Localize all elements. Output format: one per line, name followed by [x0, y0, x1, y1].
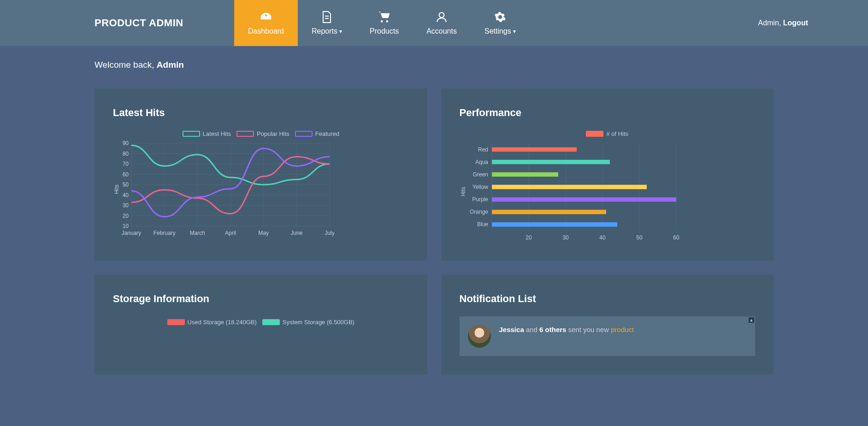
legend-label: Used Storage (18.240GB) [188, 319, 257, 326]
svg-rect-55 [492, 210, 606, 215]
svg-text:July: July [325, 230, 334, 236]
svg-point-0 [439, 12, 444, 18]
legend-label: # of Hits [606, 130, 628, 137]
svg-text:Green: Green [472, 171, 488, 178]
scroll-up-icon[interactable]: ▲ [749, 317, 754, 323]
legend-swatch [236, 131, 254, 137]
svg-text:April: April [225, 230, 236, 236]
notif-others: 6 others [539, 326, 566, 333]
storage-panel: Storage Information Used Storage (18.240… [94, 274, 427, 374]
main-nav: DashboardReports ▾ProductsAccountsSettin… [234, 0, 530, 46]
notification-item[interactable]: ▲ Jessica and 6 others sent you new prod… [460, 316, 756, 356]
chevron-down-icon: ▾ [339, 28, 342, 35]
nav-label: Accounts [426, 27, 457, 35]
svg-text:Purple: Purple [472, 196, 488, 203]
nav-item-settings[interactable]: Settings ▾ [471, 0, 530, 46]
svg-text:60: 60 [673, 234, 679, 241]
svg-text:50: 50 [123, 181, 129, 188]
svg-rect-49 [492, 172, 558, 177]
svg-text:20: 20 [123, 213, 129, 219]
welcome-prefix: Welcome back, [94, 60, 157, 70]
header: PRODUCT ADMIN DashboardReports ▾Products… [0, 0, 868, 46]
legend-item[interactable]: Latest Hits [183, 130, 231, 137]
svg-text:10: 10 [123, 223, 129, 229]
svg-text:March: March [190, 230, 205, 236]
user-icon [436, 11, 448, 23]
user-name: Admin [758, 19, 779, 27]
file-icon [321, 11, 332, 23]
nav-label: Dashboard [248, 27, 284, 35]
welcome-text: Welcome back, Admin [94, 60, 774, 70]
chevron-down-icon: ▾ [513, 28, 516, 35]
svg-text:Red: Red [478, 146, 488, 153]
brand-title: PRODUCT ADMIN [94, 17, 183, 29]
legend-swatch [167, 319, 185, 325]
svg-rect-45 [492, 147, 577, 152]
nav-item-products[interactable]: Products [356, 0, 413, 46]
nav-item-reports[interactable]: Reports ▾ [298, 0, 356, 46]
legend-item[interactable]: Popular Hits [236, 130, 289, 137]
svg-text:80: 80 [123, 151, 129, 157]
svg-text:Hits: Hits [460, 187, 466, 197]
svg-text:Hits: Hits [113, 185, 120, 194]
legend-label: System Storage (6.500GB) [283, 319, 354, 326]
panel-title: Notification List [460, 293, 756, 305]
svg-text:50: 50 [636, 234, 643, 241]
gear-icon [494, 11, 506, 23]
svg-text:Blue: Blue [477, 221, 488, 228]
bar-chart-legend: # of Hits [460, 130, 756, 137]
welcome-name: Admin [157, 60, 184, 70]
nav-item-accounts[interactable]: Accounts [413, 0, 471, 46]
panel-title: Storage Information [113, 293, 409, 305]
nav-label: Reports ▾ [312, 27, 342, 35]
notif-link[interactable]: product [611, 326, 634, 333]
svg-text:January: January [122, 230, 142, 236]
cart-icon [378, 11, 391, 23]
legend-item[interactable]: System Storage (6.500GB) [262, 319, 354, 326]
svg-text:May: May [258, 230, 269, 236]
svg-text:30: 30 [562, 234, 569, 241]
svg-text:Aqua: Aqua [475, 159, 488, 165]
logout-link[interactable]: Logout [783, 19, 808, 27]
panel-title: Performance [460, 107, 756, 119]
svg-text:60: 60 [123, 171, 129, 178]
svg-rect-53 [492, 197, 676, 202]
nav-item-dashboard[interactable]: Dashboard [234, 0, 298, 46]
svg-text:90: 90 [123, 141, 129, 146]
legend-label: Featured [315, 130, 339, 137]
storage-legend: Used Storage (18.240GB)System Storage (6… [113, 319, 409, 326]
legend-swatch [183, 131, 200, 137]
svg-text:30: 30 [123, 202, 129, 209]
legend-item[interactable]: Used Storage (18.240GB) [167, 319, 257, 326]
line-chart: 102030405060708090JanuaryFebruaryMarchAp… [113, 141, 334, 238]
legend-item[interactable]: # of Hits [586, 130, 628, 137]
user-area: Admin, Logout [758, 19, 868, 27]
svg-text:Orange: Orange [469, 209, 488, 215]
svg-text:June: June [290, 230, 302, 236]
nav-label: Products [370, 27, 399, 35]
svg-rect-47 [492, 160, 610, 164]
legend-item[interactable]: Featured [295, 130, 339, 137]
performance-panel: Performance # of Hits 2030405060RedAquaG… [441, 88, 774, 261]
svg-text:20: 20 [526, 234, 532, 241]
panel-title: Latest Hits [113, 107, 409, 119]
nav-label: Settings ▾ [484, 27, 516, 35]
gauge-icon [260, 11, 272, 23]
legend-label: Latest Hits [203, 130, 231, 137]
line-chart-legend: Latest HitsPopular HitsFeatured [113, 130, 409, 137]
notif-person: Jessica [499, 326, 524, 333]
notification-text: Jessica and 6 others sent you new produc… [499, 325, 634, 334]
svg-text:Yellow: Yellow [472, 184, 488, 190]
avatar [468, 325, 491, 348]
legend-label: Popular Hits [257, 130, 289, 137]
notif-text-1: and [524, 326, 539, 333]
svg-text:70: 70 [123, 161, 129, 167]
svg-rect-51 [492, 185, 647, 189]
legend-swatch [262, 319, 280, 325]
legend-swatch [586, 131, 603, 137]
svg-rect-57 [492, 222, 617, 227]
bar-chart: 2030405060RedAquaGreenYellowPurpleOrange… [460, 141, 681, 242]
latest-hits-panel: Latest Hits Latest HitsPopular HitsFeatu… [94, 88, 427, 261]
notif-text-2: sent you new [566, 326, 611, 333]
legend-swatch [295, 131, 313, 137]
